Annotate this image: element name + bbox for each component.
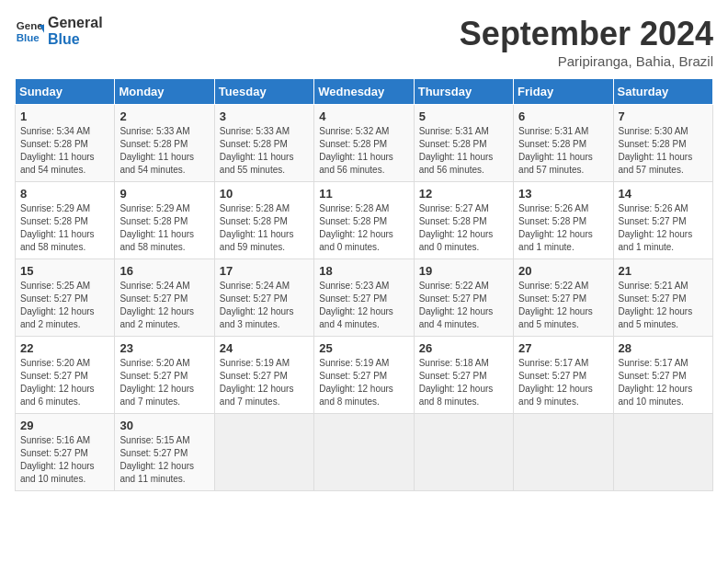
day-number: 30 — [119, 419, 209, 432]
calendar-cell: 7Sunrise: 5:30 AM Sunset: 5:28 PM Daylig… — [613, 105, 712, 182]
calendar-cell: 20Sunrise: 5:22 AM Sunset: 5:27 PM Dayli… — [514, 259, 613, 337]
day-number: 17 — [220, 264, 309, 278]
day-info: Sunrise: 5:25 AM Sunset: 5:27 PM Dayligh… — [20, 280, 109, 331]
day-info: Sunrise: 5:28 AM Sunset: 5:28 PM Dayligh… — [319, 202, 408, 254]
day-number: 22 — [20, 341, 109, 355]
calendar-cell: 8Sunrise: 5:29 AM Sunset: 5:28 PM Daylig… — [16, 182, 115, 259]
day-info: Sunrise: 5:29 AM Sunset: 5:28 PM Dayligh… — [119, 202, 209, 254]
calendar-cell: 28Sunrise: 5:17 AM Sunset: 5:27 PM Dayli… — [613, 337, 712, 414]
calendar-cell: 17Sunrise: 5:24 AM Sunset: 5:27 PM Dayli… — [214, 259, 313, 337]
day-number: 2 — [119, 109, 209, 123]
day-info: Sunrise: 5:17 AM Sunset: 5:27 PM Dayligh… — [619, 357, 708, 408]
calendar-cell: 3Sunrise: 5:33 AM Sunset: 5:28 PM Daylig… — [214, 105, 313, 182]
calendar-cell: 23Sunrise: 5:20 AM Sunset: 5:27 PM Dayli… — [115, 337, 214, 414]
page-header: General Blue General Blue September 2024… — [15, 15, 713, 69]
day-info: Sunrise: 5:20 AM Sunset: 5:27 PM Dayligh… — [119, 357, 209, 408]
day-info: Sunrise: 5:21 AM Sunset: 5:27 PM Dayligh… — [619, 280, 708, 331]
day-number: 29 — [20, 419, 109, 432]
calendar-day-header: Tuesday — [214, 79, 313, 105]
calendar-cell: 2Sunrise: 5:33 AM Sunset: 5:28 PM Daylig… — [115, 105, 214, 182]
day-number: 13 — [518, 187, 608, 201]
day-number: 9 — [119, 187, 209, 201]
day-number: 12 — [419, 187, 508, 201]
calendar-day-header: Wednesday — [314, 79, 414, 105]
day-number: 1 — [20, 109, 109, 123]
calendar-week-row: 15Sunrise: 5:25 AM Sunset: 5:27 PM Dayli… — [16, 259, 713, 337]
day-number: 15 — [20, 264, 109, 278]
calendar-cell: 14Sunrise: 5:26 AM Sunset: 5:27 PM Dayli… — [613, 182, 712, 259]
day-number: 14 — [619, 187, 708, 201]
day-number: 23 — [119, 341, 209, 355]
day-info: Sunrise: 5:22 AM Sunset: 5:27 PM Dayligh… — [518, 280, 608, 331]
day-number: 21 — [619, 264, 708, 278]
calendar-cell: 19Sunrise: 5:22 AM Sunset: 5:27 PM Dayli… — [414, 259, 513, 337]
calendar-cell — [613, 414, 712, 491]
day-info: Sunrise: 5:31 AM Sunset: 5:28 PM Dayligh… — [419, 125, 508, 177]
location-subtitle: Paripiranga, Bahia, Brazil — [460, 53, 713, 69]
calendar-cell: 5Sunrise: 5:31 AM Sunset: 5:28 PM Daylig… — [414, 105, 513, 182]
day-info: Sunrise: 5:19 AM Sunset: 5:27 PM Dayligh… — [319, 357, 408, 408]
calendar-cell: 6Sunrise: 5:31 AM Sunset: 5:28 PM Daylig… — [514, 105, 613, 182]
day-info: Sunrise: 5:26 AM Sunset: 5:28 PM Dayligh… — [518, 202, 608, 254]
calendar-day-header: Thursday — [414, 79, 513, 105]
calendar-cell: 10Sunrise: 5:28 AM Sunset: 5:28 PM Dayli… — [214, 182, 313, 259]
logo-general: General — [48, 15, 103, 31]
day-info: Sunrise: 5:16 AM Sunset: 5:27 PM Dayligh… — [20, 434, 109, 486]
calendar-cell — [214, 414, 313, 491]
calendar-cell: 22Sunrise: 5:20 AM Sunset: 5:27 PM Dayli… — [16, 337, 115, 414]
calendar-header-row: SundayMondayTuesdayWednesdayThursdayFrid… — [16, 79, 713, 105]
calendar-cell — [514, 414, 613, 491]
logo-blue: Blue — [48, 31, 103, 48]
calendar-cell: 12Sunrise: 5:27 AM Sunset: 5:28 PM Dayli… — [414, 182, 513, 259]
day-number: 4 — [319, 109, 408, 123]
calendar-cell: 13Sunrise: 5:26 AM Sunset: 5:28 PM Dayli… — [514, 182, 613, 259]
day-number: 19 — [419, 264, 508, 278]
day-info: Sunrise: 5:33 AM Sunset: 5:28 PM Dayligh… — [119, 125, 209, 177]
calendar-body: 1Sunrise: 5:34 AM Sunset: 5:28 PM Daylig… — [16, 105, 713, 491]
day-number: 6 — [518, 109, 608, 123]
calendar-day-header: Sunday — [16, 79, 115, 105]
logo: General Blue General Blue — [15, 15, 103, 47]
day-number: 18 — [319, 264, 408, 278]
calendar-cell: 15Sunrise: 5:25 AM Sunset: 5:27 PM Dayli… — [16, 259, 115, 337]
day-number: 5 — [419, 109, 508, 123]
calendar-day-header: Monday — [115, 79, 214, 105]
day-info: Sunrise: 5:32 AM Sunset: 5:28 PM Dayligh… — [319, 125, 408, 177]
day-number: 20 — [518, 264, 608, 278]
calendar-cell — [314, 414, 414, 491]
calendar-week-row: 1Sunrise: 5:34 AM Sunset: 5:28 PM Daylig… — [16, 105, 713, 182]
calendar-day-header: Friday — [514, 79, 613, 105]
calendar-day-header: Saturday — [613, 79, 712, 105]
day-info: Sunrise: 5:17 AM Sunset: 5:27 PM Dayligh… — [518, 357, 608, 408]
day-info: Sunrise: 5:34 AM Sunset: 5:28 PM Dayligh… — [20, 125, 109, 177]
day-info: Sunrise: 5:30 AM Sunset: 5:28 PM Dayligh… — [619, 125, 708, 177]
day-info: Sunrise: 5:23 AM Sunset: 5:27 PM Dayligh… — [319, 280, 408, 331]
calendar-cell: 1Sunrise: 5:34 AM Sunset: 5:28 PM Daylig… — [16, 105, 115, 182]
calendar-cell: 11Sunrise: 5:28 AM Sunset: 5:28 PM Dayli… — [314, 182, 414, 259]
title-block: September 2024 Paripiranga, Bahia, Brazi… — [460, 15, 713, 69]
day-number: 10 — [220, 187, 309, 201]
day-info: Sunrise: 5:33 AM Sunset: 5:28 PM Dayligh… — [220, 125, 309, 177]
day-number: 27 — [518, 341, 608, 355]
calendar-cell: 4Sunrise: 5:32 AM Sunset: 5:28 PM Daylig… — [314, 105, 414, 182]
day-number: 24 — [220, 341, 309, 355]
calendar-cell: 16Sunrise: 5:24 AM Sunset: 5:27 PM Dayli… — [115, 259, 214, 337]
calendar-cell: 9Sunrise: 5:29 AM Sunset: 5:28 PM Daylig… — [115, 182, 214, 259]
calendar-cell: 27Sunrise: 5:17 AM Sunset: 5:27 PM Dayli… — [514, 337, 613, 414]
day-info: Sunrise: 5:26 AM Sunset: 5:27 PM Dayligh… — [619, 202, 708, 254]
calendar-cell: 18Sunrise: 5:23 AM Sunset: 5:27 PM Dayli… — [314, 259, 414, 337]
calendar-cell: 24Sunrise: 5:19 AM Sunset: 5:27 PM Dayli… — [214, 337, 313, 414]
day-info: Sunrise: 5:22 AM Sunset: 5:27 PM Dayligh… — [419, 280, 508, 331]
calendar-cell: 26Sunrise: 5:18 AM Sunset: 5:27 PM Dayli… — [414, 337, 513, 414]
day-number: 16 — [119, 264, 209, 278]
day-info: Sunrise: 5:27 AM Sunset: 5:28 PM Dayligh… — [419, 202, 508, 254]
day-number: 25 — [319, 341, 408, 355]
day-info: Sunrise: 5:24 AM Sunset: 5:27 PM Dayligh… — [220, 280, 309, 331]
day-number: 11 — [319, 187, 408, 201]
day-info: Sunrise: 5:31 AM Sunset: 5:28 PM Dayligh… — [518, 125, 608, 177]
calendar-cell: 30Sunrise: 5:15 AM Sunset: 5:27 PM Dayli… — [115, 414, 214, 491]
day-number: 3 — [220, 109, 309, 123]
calendar-week-row: 22Sunrise: 5:20 AM Sunset: 5:27 PM Dayli… — [16, 337, 713, 414]
calendar-cell: 21Sunrise: 5:21 AM Sunset: 5:27 PM Dayli… — [613, 259, 712, 337]
day-info: Sunrise: 5:18 AM Sunset: 5:27 PM Dayligh… — [419, 357, 508, 408]
